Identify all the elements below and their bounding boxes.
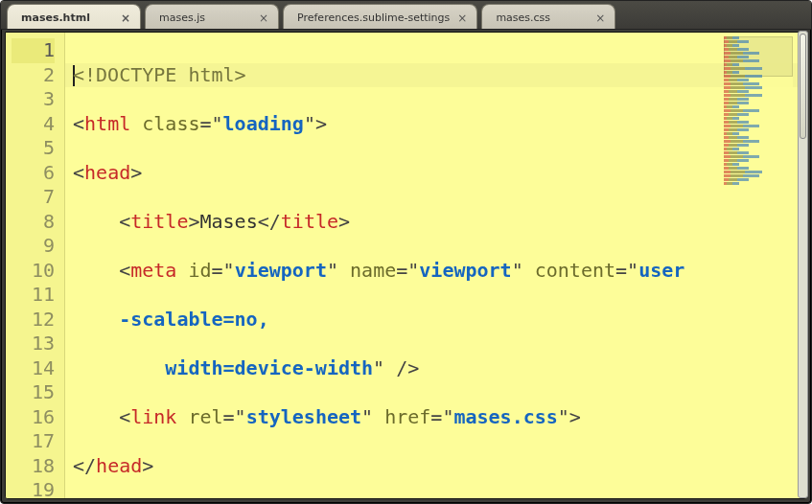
tab-label: mases.js [159,11,205,24]
code-line: -scalable=no, [73,308,802,332]
line-number: 18 [12,454,55,479]
line-number: 19 [12,478,55,499]
line-number: 9 [12,234,55,259]
line-number: 14 [12,356,55,381]
line-number: 17 [12,429,55,454]
scrollbar-thumb[interactable] [800,34,806,139]
line-number: 2 [12,63,55,88]
code-line: <head> [73,161,802,186]
close-icon[interactable]: × [457,12,467,24]
code-line: width=device-width" /> [73,356,802,381]
line-number: 5 [12,136,55,161]
tab-label: Preferences.sublime-settings [297,11,450,24]
line-number: 15 [12,380,55,405]
close-icon[interactable]: × [595,12,605,24]
vertical-scrollbar[interactable] [798,31,808,498]
tab-bar: mases.html × mases.js × Preferences.subl… [1,1,811,30]
line-number: 10 [12,259,55,284]
tab-preferences[interactable]: Preferences.sublime-settings × [283,4,477,29]
tab-mases-js[interactable]: mases.js × [145,4,279,29]
line-number: 7 [12,185,55,210]
close-icon[interactable]: × [259,12,268,24]
line-number: 4 [12,112,55,137]
line-number: 6 [12,161,55,186]
line-number: 16 [12,405,55,430]
tab-mases-html[interactable]: mases.html × [7,4,141,29]
editor-window: mases.html × mases.js × Preferences.subl… [0,0,812,504]
line-number: 8 [12,210,55,235]
code-line: <!DOCTYPE html> [73,63,802,88]
code-line: <html class="loading"> [73,112,802,137]
code-line: <title>Mases</title> [73,210,802,235]
line-gutter: 1 2 3 4 5 6 7 8 9 10 11 12 13 14 15 16 1… [6,33,65,498]
line-number: 13 [12,332,55,356]
code-line: <link rel="stylesheet" href="mases.css"> [73,405,802,430]
line-number: 1 [12,38,55,63]
line-number: 12 [12,308,55,332]
close-icon[interactable]: × [121,12,130,24]
line-number: 3 [12,87,55,112]
tab-mases-css[interactable]: mases.css × [481,4,615,29]
tab-label: mases.html [21,11,90,24]
tab-label: mases.css [496,11,550,24]
code-line: <meta id="viewport" name="viewport" cont… [73,259,802,284]
line-number: 11 [12,283,55,308]
editor-area: 1 2 3 4 5 6 7 8 9 10 11 12 13 14 15 16 1… [5,32,807,499]
code-line: </head> [73,454,802,479]
code-area[interactable]: <!DOCTYPE html> <html class="loading"> <… [65,33,806,498]
